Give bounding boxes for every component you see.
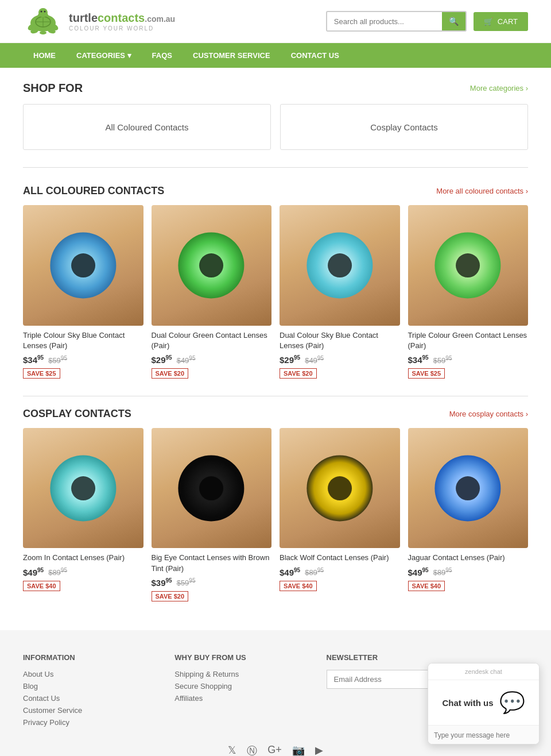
product-price-current: $4995 xyxy=(280,567,300,577)
category-cards: All Coloured Contacts Cosplay Contacts xyxy=(23,104,528,150)
footer-info-title: INFORMATION xyxy=(23,653,157,662)
coloured-section: ALL COLOURED CONTACTS More all coloured … xyxy=(0,179,551,396)
product-card[interactable]: Triple Colour Green Contact Lenses (Pair… xyxy=(408,205,529,379)
chat-input[interactable] xyxy=(434,731,533,739)
product-card[interactable]: Big Eye Contact Lenses with Brown Tint (… xyxy=(152,428,272,601)
product-name: Triple Colour Sky Blue Contact Lenses (P… xyxy=(23,330,143,351)
twitter-icon[interactable]: 𝕏 xyxy=(228,744,236,756)
product-name: Dual Colour Sky Blue Contact Lenses (Pai… xyxy=(280,330,400,351)
product-prices: $3995 $5995 xyxy=(152,577,272,588)
search-box: 🔍 xyxy=(326,11,467,32)
product-image xyxy=(408,205,529,326)
chat-widget[interactable]: zendesk chat Chat with us 💬 xyxy=(428,663,540,745)
product-image xyxy=(23,428,143,549)
nav-customer-service[interactable]: CUSTOMER SERVICE xyxy=(183,43,281,68)
nav-faqs[interactable]: FAQS xyxy=(142,43,183,68)
footer-shipping[interactable]: Shipping & Returns xyxy=(174,670,309,678)
logo[interactable]: turtlecontacts.com.au COLOUR YOUR WORLD xyxy=(23,7,175,36)
cosplay-products-grid: Zoom In Contact Lenses (Pair) $4995 $899… xyxy=(23,428,528,601)
cart-button[interactable]: 🛒 CART xyxy=(474,12,528,31)
chat-header: zendesk chat xyxy=(428,664,539,680)
category-card-coloured[interactable]: All Coloured Contacts xyxy=(23,104,271,150)
coloured-title: ALL COLOURED CONTACTS xyxy=(23,185,164,197)
more-coloured-link[interactable]: More all coloured contacts › xyxy=(436,187,528,195)
product-prices: $3495 $5995 xyxy=(408,354,529,365)
cart-icon: 🛒 xyxy=(484,17,493,26)
product-name: Dual Colour Green Contact Lenses (Pair) xyxy=(152,330,272,351)
footer-customer-service[interactable]: Customer Service xyxy=(23,706,157,715)
product-price-original: $5995 xyxy=(433,355,452,365)
product-card[interactable]: Black Wolf Contact Lenses (Pair) $4995 $… xyxy=(280,428,400,601)
search-input[interactable] xyxy=(327,13,442,30)
product-prices: $4995 $8995 xyxy=(23,567,143,577)
product-price-current: $3495 xyxy=(23,354,44,365)
svg-point-6 xyxy=(40,31,46,34)
product-image xyxy=(23,205,143,326)
product-price-original: $4995 xyxy=(177,355,196,365)
svg-point-12 xyxy=(44,11,46,13)
product-card[interactable]: Zoom In Contact Lenses (Pair) $4995 $899… xyxy=(23,428,143,601)
youtube-icon[interactable]: ▶ xyxy=(315,744,323,756)
product-price-original: $5995 xyxy=(48,355,67,365)
instagram-icon[interactable]: 📷 xyxy=(292,744,305,756)
svg-point-10 xyxy=(38,8,48,17)
product-card[interactable]: Triple Colour Sky Blue Contact Lenses (P… xyxy=(23,205,143,379)
more-cosplay-link[interactable]: More cosplay contacts › xyxy=(449,410,528,418)
search-icon: 🔍 xyxy=(449,17,459,26)
cosplay-title: COSPLAY CONTACTS xyxy=(23,408,131,420)
footer-newsletter-title: NEWSLETTER xyxy=(327,653,528,662)
logo-subtitle: COLOUR YOUR WORLD xyxy=(69,25,175,32)
product-price-original: $8995 xyxy=(433,567,452,577)
product-card[interactable]: Jaguar Contact Lenses (Pair) $4995 $8995… xyxy=(408,428,529,601)
product-name: Jaguar Contact Lenses (Pair) xyxy=(408,553,529,563)
product-image xyxy=(280,205,400,326)
product-card[interactable]: Dual Colour Sky Blue Contact Lenses (Pai… xyxy=(280,205,400,379)
cosplay-section: COSPLAY CONTACTS More cosplay contacts ›… xyxy=(0,396,551,619)
product-name: Black Wolf Contact Lenses (Pair) xyxy=(280,553,400,563)
product-prices: $2995 $4995 xyxy=(280,354,400,365)
product-name: Big Eye Contact Lenses with Brown Tint (… xyxy=(152,553,272,573)
product-image xyxy=(152,428,272,549)
footer-secure[interactable]: Secure Shopping xyxy=(174,682,309,691)
footer-info-col: INFORMATION About Us Blog Contact Us Cus… xyxy=(23,653,157,730)
footer-why-col: WHY BUY FROM US Shipping & Returns Secur… xyxy=(174,653,309,730)
nav-categories[interactable]: CATEGORIES ▾ xyxy=(66,43,142,68)
logo-icon xyxy=(23,7,63,36)
save-badge: SAVE $40 xyxy=(280,581,317,591)
footer-privacy[interactable]: Privacy Policy xyxy=(23,718,157,727)
coloured-products-grid: Triple Colour Sky Blue Contact Lenses (P… xyxy=(23,205,528,379)
more-categories-link[interactable]: More categories › xyxy=(470,84,528,92)
shop-for-title: SHOP FOR xyxy=(23,82,83,95)
product-price-current: $3495 xyxy=(408,354,429,365)
divider-1 xyxy=(23,167,528,168)
category-card-cosplay[interactable]: Cosplay Contacts xyxy=(280,104,528,150)
footer-blog[interactable]: Blog xyxy=(23,682,157,691)
facebook-icon[interactable]: Ⓝ xyxy=(247,744,257,756)
save-badge: SAVE $20 xyxy=(280,368,317,379)
product-image xyxy=(152,205,272,326)
nav-contact-us[interactable]: CONTACT US xyxy=(281,43,350,68)
svg-point-11 xyxy=(41,11,42,13)
footer-why-title: WHY BUY FROM US xyxy=(174,653,309,662)
product-price-original: $8995 xyxy=(305,567,324,577)
search-button[interactable]: 🔍 xyxy=(442,12,465,30)
footer-contact[interactable]: Contact Us xyxy=(23,694,157,703)
header-right: 🔍 🛒 CART xyxy=(326,11,528,32)
product-image xyxy=(280,428,400,549)
product-card[interactable]: Dual Colour Green Contact Lenses (Pair) … xyxy=(152,205,272,379)
footer-about[interactable]: About Us xyxy=(23,670,157,678)
save-badge: SAVE $25 xyxy=(408,368,445,379)
googleplus-icon[interactable]: G+ xyxy=(267,744,282,756)
save-badge: SAVE $20 xyxy=(152,368,189,379)
shop-for-section: SHOP FOR More categories › All Coloured … xyxy=(0,68,551,156)
product-price-current: $4995 xyxy=(408,567,429,577)
product-prices: $4995 $8995 xyxy=(408,567,529,577)
product-prices: $2995 $4995 xyxy=(152,354,272,365)
nav-home[interactable]: HOME xyxy=(23,43,66,68)
chat-label: Chat with us xyxy=(442,698,493,708)
header: turtlecontacts.com.au COLOUR YOUR WORLD … xyxy=(0,0,551,43)
footer-affiliates[interactable]: Affiliates xyxy=(174,694,309,703)
chat-body: Chat with us 💬 xyxy=(428,680,539,725)
product-price-original: $4995 xyxy=(305,355,324,365)
product-price-current: $2995 xyxy=(280,354,300,365)
